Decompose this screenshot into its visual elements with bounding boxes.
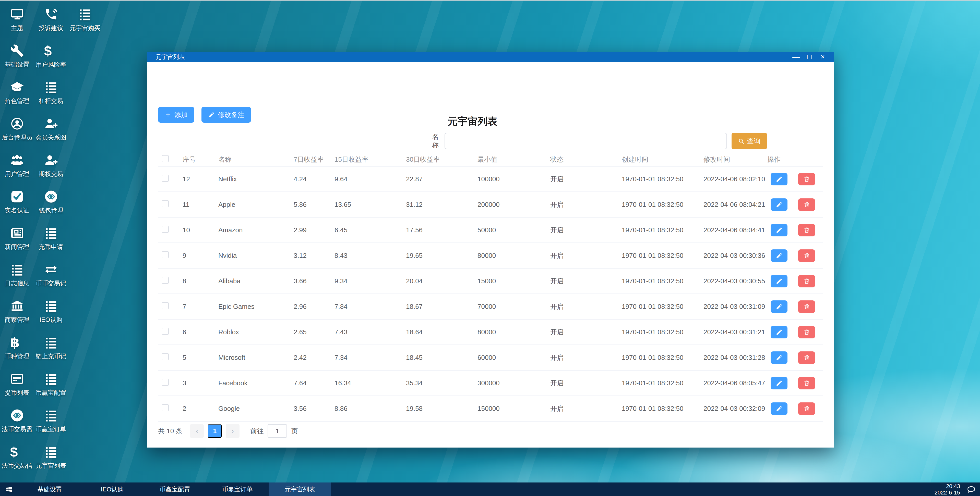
delete-button[interactable] (798, 198, 815, 211)
desktop-icon-新闻管理[interactable]: 新闻管理 (0, 225, 34, 261)
edit-button[interactable] (771, 275, 788, 287)
cell-seq: 11 (183, 201, 218, 209)
row-checkbox[interactable] (162, 175, 169, 182)
current-page-button[interactable]: 1 (208, 424, 222, 438)
prev-page-button[interactable]: ‹ (190, 424, 204, 438)
dollar-icon: $ (44, 44, 58, 58)
query-button[interactable]: 查询 (732, 133, 767, 149)
row-checkbox[interactable] (162, 328, 169, 335)
desktop-icon-充币申请[interactable]: 充币申请 (34, 225, 68, 261)
search-input[interactable] (445, 133, 727, 149)
list-icon (44, 226, 58, 240)
desktop-icon-基础设置[interactable]: 基础设置 (0, 43, 34, 79)
taskbar-item-IEO认购[interactable]: IEO认购 (81, 482, 143, 496)
desktop-icon-会员关系图[interactable]: 会员关系图 (34, 116, 68, 152)
desktop-icon-label: 充币申请 (39, 243, 63, 250)
desktop-icon-法币交易信[interactable]: $法币交易信 (0, 444, 34, 480)
desktop-icon-后台管理员[interactable]: 后台管理员 (0, 116, 34, 152)
edit-button[interactable] (771, 377, 788, 390)
delete-button[interactable] (798, 403, 815, 415)
row-checkbox-cell (158, 175, 183, 184)
minimize-button[interactable]: — (789, 52, 803, 62)
check-square-icon (10, 190, 24, 203)
edit-button[interactable] (771, 326, 788, 338)
row-checkbox[interactable] (162, 277, 169, 284)
desktop-icon-用户风险率[interactable]: $用户风险率 (34, 43, 68, 79)
cell-rate15: 8.86 (334, 405, 406, 413)
row-checkbox[interactable] (162, 226, 169, 233)
taskbar-clock[interactable]: 20:43 2022-6-15 (935, 483, 960, 496)
desktop-icon-用户管理[interactable]: 用户管理 (0, 152, 34, 189)
edit-button[interactable] (771, 173, 788, 185)
trash-icon (803, 278, 810, 285)
grad-cap-icon (10, 80, 24, 94)
desktop-icon-art (9, 116, 25, 132)
desktop-icon-投诉建议[interactable]: 投诉建议 (34, 6, 68, 43)
desktop-icon-日志信息[interactable]: 日志信息 (0, 261, 34, 298)
user-plus-icon (44, 153, 58, 167)
edit-button[interactable] (771, 300, 788, 313)
desktop-icon-钱包管理[interactable]: 钱包管理 (34, 189, 68, 225)
close-button[interactable]: × (816, 52, 829, 62)
delete-button[interactable] (798, 173, 815, 185)
desktop-icon-元宇宙列表[interactable]: 元宇宙列表 (34, 444, 68, 480)
chat-bubble-icon[interactable] (967, 485, 976, 494)
desktop-icon-主题[interactable]: 主题 (0, 6, 34, 43)
row-checkbox[interactable] (162, 251, 169, 258)
taskbar-item-基础设置[interactable]: 基础设置 (18, 482, 81, 496)
edit-button[interactable] (771, 352, 788, 364)
delete-button[interactable] (798, 377, 815, 390)
row-checkbox[interactable] (162, 379, 169, 386)
cell-min: 60000 (477, 354, 550, 361)
cell-seq: 9 (183, 252, 218, 260)
delete-button[interactable] (798, 224, 815, 236)
header-cell: 名称 (218, 155, 294, 164)
desktop-icon-商家管理[interactable]: 商家管理 (0, 298, 34, 334)
taskbar-item-币赢宝订单[interactable]: 币赢宝订单 (206, 482, 269, 496)
header-checkbox[interactable] (162, 155, 169, 162)
desktop-icon-杠杆交易[interactable]: 杠杆交易 (34, 79, 68, 116)
desktop-icon-label: IEO认购 (40, 316, 62, 323)
edit-button[interactable] (771, 403, 788, 415)
edit-button[interactable] (771, 198, 788, 211)
row-checkbox[interactable] (162, 404, 169, 411)
desktop-icon-法币交易需[interactable]: 法币交易需 (0, 407, 34, 444)
delete-button[interactable] (798, 249, 815, 262)
desktop-icon-art (43, 6, 59, 22)
desktop-icon-IEO认购[interactable]: IEO认购 (34, 298, 68, 334)
desktop-icon-币赢宝订单[interactable]: 币赢宝订单 (34, 407, 68, 444)
delete-button[interactable] (798, 352, 815, 364)
desktop-icon-币种管理[interactable]: ฿币种管理 (0, 334, 34, 371)
desktop-icon-角色管理[interactable]: 角色管理 (0, 79, 34, 116)
delete-button[interactable] (798, 326, 815, 338)
list-icon (10, 263, 24, 276)
edit-button[interactable] (771, 224, 788, 236)
next-page-button[interactable]: › (226, 424, 240, 438)
desktop-icon-期权交易[interactable]: 期权交易 (34, 152, 68, 189)
query-button-label: 查询 (747, 137, 760, 146)
desktop-icon-链上充币记[interactable]: 链上充币记 (34, 334, 68, 371)
goto-page-input[interactable] (267, 424, 287, 438)
row-checkbox[interactable] (162, 200, 169, 207)
taskbar-item-币赢宝配置[interactable]: 币赢宝配置 (143, 482, 206, 496)
desktop-icon-元宇宙购买[interactable]: 元宇宙购买 (68, 6, 102, 43)
maximize-button[interactable]: □ (803, 52, 816, 62)
desktop-icon-art (43, 298, 59, 314)
desktop-icon-币币交易记[interactable]: 币币交易记 (34, 261, 68, 298)
row-checkbox[interactable] (162, 353, 169, 360)
desktop-icon-实名认证[interactable]: 实名认证 (0, 189, 34, 225)
cell-status: 开启 (550, 379, 622, 388)
cell-status: 开启 (550, 404, 622, 413)
row-checkbox[interactable] (162, 302, 169, 309)
start-button[interactable] (0, 482, 18, 496)
delete-button[interactable] (798, 300, 815, 313)
delete-button[interactable] (798, 275, 815, 287)
edit-button[interactable] (771, 249, 788, 262)
cell-rate30: 18.45 (406, 354, 477, 361)
dollar-icon: $ (10, 445, 24, 459)
desktop-icon-提币列表[interactable]: 提币列表 (0, 371, 34, 407)
desktop-icon-币赢宝配置[interactable]: 币赢宝配置 (34, 371, 68, 407)
taskbar-item-元宇宙列表[interactable]: 元宇宙列表 (269, 482, 331, 496)
cell-rate7: 3.56 (294, 405, 334, 413)
desktop-icon-art (9, 6, 25, 22)
